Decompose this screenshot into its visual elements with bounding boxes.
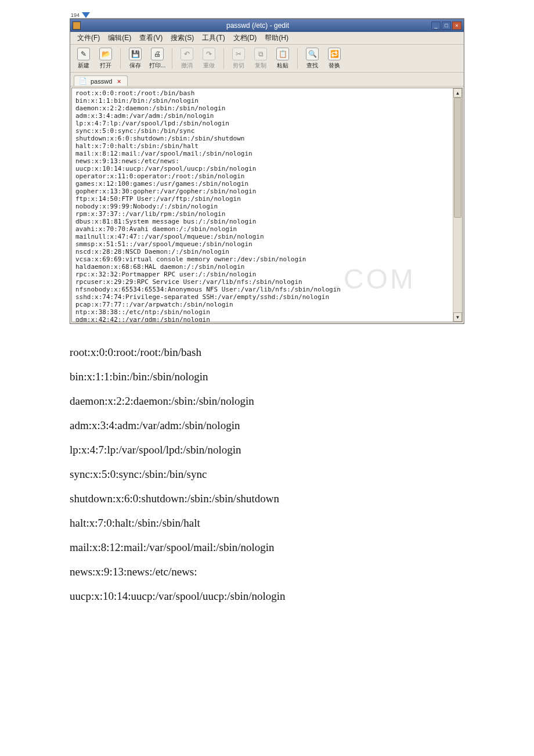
body-line: lp:x:4:7:lp:/var/spool/lpd:/sbin/nologin (70, 439, 464, 461)
body-line: shutdown:x:6:0:shutdown:/sbin:/sbin/shut… (70, 488, 464, 510)
new-button[interactable]: ✎新建 (74, 48, 93, 70)
scroll-thumb[interactable] (454, 98, 461, 218)
find-icon: 🔍 (306, 48, 319, 60)
scroll-track[interactable] (453, 98, 462, 312)
maximize-button[interactable]: □ (442, 21, 451, 30)
menu-item[interactable]: 帮助(H) (261, 32, 292, 44)
scroll-up-button[interactable]: ▲ (453, 88, 462, 98)
open-icon: 📂 (99, 48, 112, 60)
article-body: root:x:0:0:root:/root:/bin/bashbin:x:1:1… (70, 341, 464, 607)
redo-button: ↷重做 (199, 48, 219, 70)
toolbar-label: 复制 (255, 62, 266, 70)
toolbar-separator (120, 48, 121, 69)
tab-row: 📄 passwd × (70, 73, 464, 87)
window-title: passwd (/etc) - gedit (84, 21, 431, 30)
body-line: news:x:9:13:news:/etc/news: (70, 561, 464, 583)
tab-close-icon[interactable]: × (116, 78, 122, 85)
body-line: uucp:x:10:14:uucp:/var/spool/uucp:/sbin/… (70, 585, 464, 607)
app-icon (73, 21, 81, 30)
menubar: 文件(F)编辑(E)查看(V)搜索(S)工具(T)文档(D)帮助(H) (70, 32, 464, 45)
file-content[interactable]: root:x:0:0:root:/root:/bin/bash bin:x:1:… (72, 88, 453, 322)
menu-item[interactable]: 工具(T) (199, 32, 228, 44)
copy-button: ⧉复制 (251, 48, 270, 70)
body-line: daemon:x:2:2:daemon:/sbin:/sbin/nologin (70, 390, 464, 412)
text-area[interactable]: root:x:0:0:root:/root:/bin/bash bin:x:1:… (71, 88, 463, 322)
menu-item[interactable]: 查看(V) (136, 32, 166, 44)
toolbar-label: 剪切 (233, 62, 244, 70)
body-line: halt:x:7:0:halt:/sbin:/sbin/halt (70, 512, 464, 534)
toolbar-separator (297, 48, 298, 69)
menu-item[interactable]: 文档(D) (230, 32, 261, 44)
menu-item[interactable]: 搜索(S) (167, 32, 197, 44)
menu-item[interactable]: 文件(F) (74, 32, 103, 44)
file-icon: 📄 (79, 77, 87, 85)
scrollbar-vertical[interactable]: ▲ ▼ (453, 88, 462, 322)
document-tab[interactable]: 📄 passwd × (74, 75, 128, 86)
undo-button: ↶撤消 (177, 48, 197, 70)
body-line: mail:x:8:12:mail:/var/spool/mail:/sbin/n… (70, 537, 464, 559)
close-button[interactable]: × (452, 21, 461, 30)
toolbar-separator (223, 48, 224, 69)
menu-item[interactable]: 编辑(E) (104, 32, 135, 44)
toolbar-label: 查找 (306, 62, 318, 70)
print-icon: 🖨 (151, 48, 164, 60)
toolbar-label: 粘贴 (277, 62, 288, 70)
svg-marker-0 (82, 12, 90, 18)
toolbar: ✎新建📂打开💾保存🖨打印...↶撤消↷重做✂剪切⧉复制📋粘贴🔍查找🔁替换 (70, 45, 464, 73)
save-icon: 💾 (129, 48, 142, 60)
toolbar-label: 新建 (78, 62, 89, 70)
toolbar-label: 重做 (203, 62, 215, 70)
tab-label: passwd (91, 78, 112, 85)
scroll-down-button[interactable]: ▼ (453, 312, 462, 322)
toolbar-label: 打开 (100, 62, 111, 70)
open-button[interactable]: 📂打开 (96, 48, 116, 70)
cut-icon: ✂ (232, 48, 245, 60)
body-line: sync:x:5:0:sync:/sbin:/bin/sync (70, 463, 464, 485)
body-line: root:x:0:0:root:/root:/bin/bash (70, 341, 464, 363)
new-icon: ✎ (77, 48, 90, 60)
cropped-edge-top: 194 (70, 12, 464, 19)
toolbar-label: 打印... (149, 62, 165, 70)
replace-button[interactable]: 🔁替换 (324, 48, 344, 70)
gedit-window: passwd (/etc) - gedit _ □ × 文件(F)编辑(E)查看… (70, 19, 464, 324)
undo-icon: ↶ (181, 48, 193, 60)
cut-button: ✂剪切 (229, 48, 248, 70)
toolbar-separator (172, 48, 172, 69)
minimize-button[interactable]: _ (431, 21, 441, 30)
body-line: bin:x:1:1:bin:/bin:/sbin/nologin (70, 366, 464, 388)
print-button[interactable]: 🖨打印... (147, 48, 167, 70)
toolbar-label: 保存 (129, 62, 141, 70)
paste-button[interactable]: 📋粘贴 (273, 48, 293, 70)
save-button[interactable]: 💾保存 (125, 48, 145, 70)
find-button[interactable]: 🔍查找 (302, 48, 322, 70)
paste-icon: 📋 (276, 48, 289, 60)
copy-icon: ⧉ (254, 48, 267, 60)
toolbar-label: 替换 (329, 62, 340, 70)
titlebar[interactable]: passwd (/etc) - gedit _ □ × (70, 19, 464, 32)
redo-icon: ↷ (203, 48, 215, 60)
replace-icon: 🔁 (328, 48, 341, 60)
toolbar-label: 撤消 (181, 62, 193, 70)
body-line: adm:x:3:4:adm:/var/adm:/sbin/nologin (70, 415, 464, 437)
